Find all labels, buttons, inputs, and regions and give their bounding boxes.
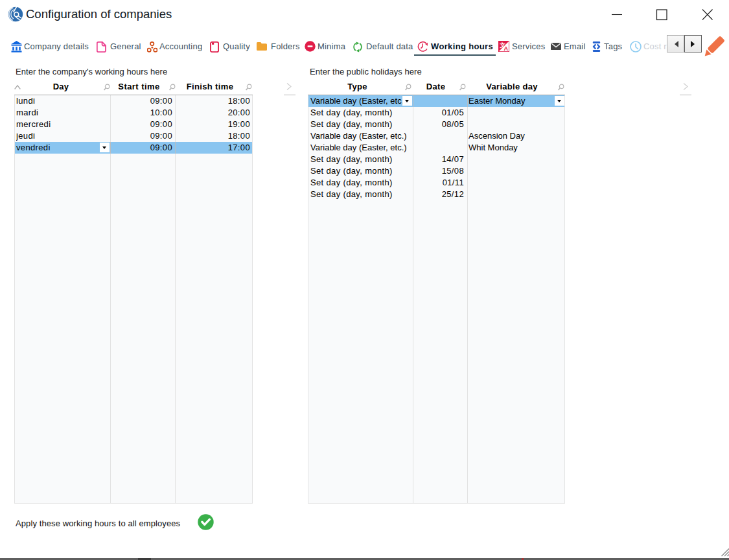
svg-text:A: A <box>504 45 509 52</box>
